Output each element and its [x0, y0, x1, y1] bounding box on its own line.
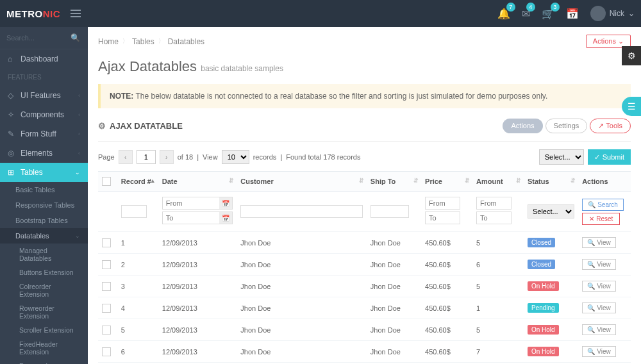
search-icon[interactable]: 🔍 [71, 33, 80, 42]
avatar [590, 6, 606, 21]
sidebar-item-components[interactable]: ✧Components‹ [0, 105, 88, 124]
select-all-checkbox[interactable] [102, 177, 111, 186]
sidebar-sub-datatables[interactable]: Datatables⌄ [0, 228, 88, 244]
filter-status-select[interactable]: Select... [528, 204, 574, 219]
filter-price-to[interactable] [425, 211, 460, 224]
row-checkbox[interactable] [102, 282, 111, 291]
view-button[interactable]: 🔍View [582, 259, 616, 270]
user-menu[interactable]: Nick ⌄ [590, 6, 635, 21]
diamond-icon: ◇ [8, 91, 15, 100]
pencil-icon: ✎ [8, 129, 15, 138]
filter-reset-button[interactable]: ✕Reset [582, 213, 620, 225]
pager-perpage-select[interactable]: 10 [222, 150, 249, 164]
sort-icon: ⇵ [465, 178, 470, 184]
bulk-action-select[interactable]: Select... [539, 149, 584, 165]
sidebar-subsub-responsive[interactable]: Responsive Extension [0, 359, 88, 364]
portlet-header: ⚙ AJAX DATATABLE Actions Settings ↗Tools [98, 119, 631, 142]
theme-settings-button[interactable]: ⚙ [622, 46, 641, 65]
filter-amount-from[interactable] [476, 197, 512, 210]
cell-price: 450.60$ [421, 319, 472, 341]
portlet-tools-button[interactable]: ↗Tools [590, 119, 631, 133]
row-checkbox[interactable] [102, 347, 111, 356]
submit-button[interactable]: ✓Submit [588, 149, 631, 165]
row-checkbox[interactable] [102, 326, 111, 335]
page-title: Ajax Datatables basic datatable samples [98, 58, 631, 75]
cell-date: 12/09/2013 [158, 254, 237, 276]
filter-record-input[interactable] [121, 205, 147, 218]
sidebar-subsub-managed[interactable]: Managed Datatables [0, 244, 88, 265]
bell-icon[interactable]: 🔔7 [497, 8, 510, 20]
calendar-icon[interactable]: 📅 [219, 197, 232, 209]
col-header-price[interactable]: Price⇵ [421, 172, 472, 192]
col-header-customer[interactable]: Customer⇵ [237, 172, 367, 192]
filter-price-from[interactable] [425, 197, 460, 210]
quick-sidebar-toggle[interactable]: ☰ [622, 97, 641, 116]
breadcrumb-current: Datatables [168, 37, 204, 46]
cell-customer: Jhon Doe [237, 297, 367, 319]
sidebar-subsub-fixedheader[interactable]: FixedHeader Extension [0, 337, 88, 359]
cell-date: 12/09/2013 [158, 341, 237, 363]
col-header-shipto[interactable]: Ship To⇵ [367, 172, 421, 192]
filter-amount-to[interactable] [476, 211, 512, 224]
filter-search-button[interactable]: 🔍Search [582, 199, 624, 211]
cell-customer: Jhon Doe [237, 341, 367, 363]
sort-icon: ⇵ [516, 178, 521, 184]
share-icon: ↗ [598, 122, 604, 129]
table-row: 612/09/2013Jhon DoeJhon Doe450.60$7On Ho… [98, 341, 631, 363]
sidebar-sub-basic-tables[interactable]: Basic Tables [0, 182, 88, 197]
sidebar-search[interactable]: 🔍 [0, 27, 88, 49]
calendar-icon[interactable]: 📅 [566, 8, 579, 20]
sidebar-item-form-stuff[interactable]: ✎Form Stuff‹ [0, 124, 88, 144]
col-header-amount[interactable]: Amount⇵ [472, 172, 524, 192]
sidebar-item-tables[interactable]: ⊞Tables⌄ [0, 163, 88, 182]
calendar-icon[interactable]: 📅 [219, 212, 232, 224]
briefcase-icon: ⊞ [8, 168, 15, 177]
view-button[interactable]: 🔍View [582, 324, 616, 335]
portlet-title: ⚙ AJAX DATATABLE [98, 121, 183, 131]
view-button[interactable]: 🔍View [582, 281, 616, 292]
sidebar-item-elements[interactable]: ◎Elements‹ [0, 144, 88, 163]
pager-label: Page [98, 153, 115, 161]
logo[interactable]: METRONIC [6, 8, 60, 19]
view-button[interactable]: 🔍View [582, 302, 616, 313]
menu-toggle-icon[interactable] [67, 6, 85, 21]
cell-date: 12/09/2013 [158, 297, 237, 319]
col-header-status[interactable]: Status⇵ [524, 172, 578, 192]
cell-shipto: Jhon Doe [367, 297, 421, 319]
row-checkbox[interactable] [102, 260, 111, 269]
envelope-icon[interactable]: ✉4 [522, 8, 530, 20]
cell-amount: 5 [472, 319, 524, 341]
filter-customer-input[interactable] [240, 205, 363, 218]
pager-prev-button[interactable]: ‹ [119, 150, 133, 164]
col-header-date[interactable]: Date⇵ [158, 172, 237, 192]
filter-shipto-input[interactable] [370, 205, 409, 218]
cell-customer: Jhon Doe [237, 254, 367, 276]
sidebar-subsub-colreorder[interactable]: Colreorder Extension [0, 279, 88, 301]
sidebar-subsub-buttons[interactable]: Buttons Extension [0, 265, 88, 279]
sidebar-subsub-rowreorder[interactable]: Rowreorder Extension [0, 301, 88, 323]
portlet-actions-button[interactable]: Actions [503, 119, 542, 133]
sidebar-sub-responsive-tables[interactable]: Responsive Tables [0, 197, 88, 213]
pager-page-input[interactable] [137, 150, 156, 164]
cell-date: 12/09/2013 [158, 319, 237, 341]
cart-icon[interactable]: 🛒3 [542, 8, 554, 20]
portlet-settings-button[interactable]: Settings [545, 119, 588, 133]
col-header-record[interactable]: Record #▲ [117, 172, 158, 192]
view-button[interactable]: 🔍View [582, 346, 616, 357]
row-checkbox[interactable] [102, 304, 111, 313]
breadcrumb-tables[interactable]: Tables [132, 37, 154, 46]
sidebar-subsub-scroller[interactable]: Scroller Extension [0, 323, 88, 337]
cell-shipto: Jhon Doe [367, 232, 421, 254]
chevron-down-icon: ⌄ [75, 233, 80, 239]
sidebar-heading-features: FEATURES [0, 69, 88, 86]
view-button[interactable]: 🔍View [582, 237, 616, 248]
sidebar-sub-bootstrap-tables[interactable]: Bootstrap Tables [0, 213, 88, 228]
pager-next-button[interactable]: › [160, 150, 174, 164]
sidebar-item-dashboard[interactable]: ⌂Dashboard [0, 49, 88, 69]
table-toolbar: Page ‹ › of 18 | View 10 records | Found… [98, 149, 631, 165]
row-checkbox[interactable] [102, 238, 111, 247]
sidebar-item-ui-features[interactable]: ◇UI Features‹ [0, 86, 88, 105]
cell-price: 450.60$ [421, 254, 472, 276]
user-name: Nick [610, 9, 624, 18]
breadcrumb-home[interactable]: Home [98, 37, 119, 46]
